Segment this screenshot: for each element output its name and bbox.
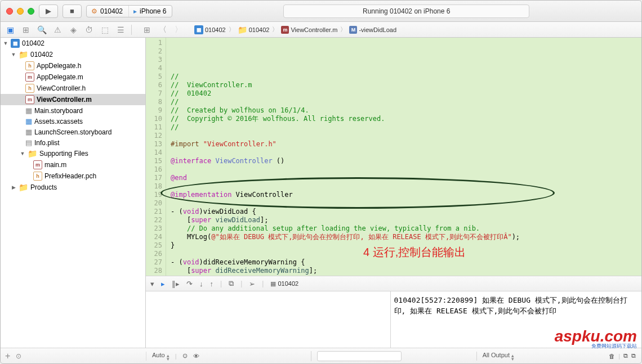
report-navigator-icon[interactable]: ☰ bbox=[115, 25, 126, 35]
debug-navigator-icon[interactable]: ⏱ bbox=[84, 25, 94, 35]
run-button[interactable]: ▶ bbox=[39, 5, 58, 18]
related-items-icon[interactable]: ⊞ bbox=[142, 25, 152, 35]
nav-file[interactable]: mmain.m bbox=[1, 159, 145, 170]
jump-bar-file[interactable]: mViewController.m bbox=[279, 26, 339, 34]
toggle-debug-area-icon[interactable]: ▾ bbox=[150, 280, 154, 288]
scheme-device[interactable]: ▸iPhone 6 bbox=[129, 6, 172, 17]
breakpoints-toggle-icon[interactable]: ▸ bbox=[161, 280, 165, 288]
stop-button[interactable]: ■ bbox=[63, 5, 82, 18]
scope-icon[interactable]: ⊙ bbox=[182, 352, 188, 359]
jump-bar-symbol[interactable]: M-viewDidLoad bbox=[347, 26, 398, 34]
continue-icon[interactable]: ‖▸ bbox=[172, 280, 180, 288]
zoom-window-button[interactable] bbox=[28, 8, 34, 15]
nav-file[interactable]: hPrefixHeader.pch bbox=[1, 170, 145, 182]
forward-button[interactable]: 〉 bbox=[173, 25, 184, 35]
variables-filter-input[interactable] bbox=[317, 351, 402, 361]
nav-file[interactable]: ▤Info.plist bbox=[1, 137, 145, 148]
close-window-button[interactable] bbox=[6, 8, 13, 15]
debug-bar: ▾ ▸ ‖▸ ↷ ↓ ↑ | ⧉ | ➢ | ▦ 010402 bbox=[146, 276, 641, 291]
eye-icon[interactable]: 👁 bbox=[193, 353, 199, 359]
debug-view-icon[interactable]: ⧉ bbox=[229, 279, 234, 288]
debug-area: 010402[5527:220899] 如果在 DEBUG 模式下,则此句会在控… bbox=[146, 291, 641, 348]
nav-file[interactable]: ▦Assets.xcassets bbox=[1, 116, 145, 127]
breakpoint-navigator-icon[interactable]: ⬚ bbox=[100, 25, 110, 35]
line-gutter[interactable]: 1234567891011121314151617181920212223242… bbox=[146, 38, 166, 276]
step-into-icon[interactable]: ↓ bbox=[199, 280, 203, 288]
test-navigator-icon[interactable]: ◈ bbox=[68, 25, 78, 35]
traffic-lights bbox=[6, 8, 34, 15]
auto-selector[interactable]: Auto ▴▾ bbox=[152, 352, 170, 361]
nav-file[interactable]: ▦Main.storyboard bbox=[1, 105, 145, 116]
location-icon[interactable]: ➢ bbox=[249, 280, 255, 288]
nav-file[interactable]: mAppDelegate.m bbox=[1, 71, 145, 83]
nav-file[interactable]: mViewController.m bbox=[1, 94, 145, 105]
console-split-icon[interactable]: ⧉ bbox=[623, 352, 628, 359]
source-editor[interactable]: 1234567891011121314151617181920212223242… bbox=[146, 38, 641, 276]
nav-file[interactable]: ▦LaunchScreen.storyboard bbox=[1, 127, 145, 137]
stop-icon: ■ bbox=[70, 7, 74, 15]
bottom-bar: + ⊙ Auto ▴▾ | ⊙ 👁 All Output ▴▾ 🗑 | ⧉ ⧉ bbox=[1, 348, 641, 363]
variables-view[interactable] bbox=[146, 291, 391, 348]
scheme-selector[interactable]: ⚙010402 ▸iPhone 6 bbox=[86, 5, 172, 17]
all-output-selector[interactable]: All Output ▴▾ bbox=[483, 352, 514, 361]
step-over-icon[interactable]: ↷ bbox=[186, 280, 193, 288]
issue-navigator-icon[interactable]: ⚠ bbox=[52, 25, 63, 35]
step-out-icon[interactable]: ↑ bbox=[210, 280, 214, 288]
find-navigator-icon[interactable]: 🔍 bbox=[37, 25, 47, 35]
minimize-window-button[interactable] bbox=[17, 8, 24, 15]
editor-area: 1234567891011121314151617181920212223242… bbox=[146, 38, 641, 348]
nav-supporting-files[interactable]: ▼📁Supporting Files bbox=[1, 148, 145, 159]
console-output[interactable]: 010402[5527:220899] 如果在 DEBUG 模式下,则此句会在控… bbox=[391, 291, 642, 348]
code-content[interactable]: 4 运行,控制台能输出 //// ViewController.m// 0104… bbox=[166, 38, 641, 276]
activity-viewer: Running 010402 on iPhone 6 bbox=[283, 5, 529, 18]
process-icon[interactable]: ▦ 010402 bbox=[270, 280, 298, 287]
nav-group[interactable]: ▼📁010402 bbox=[1, 49, 145, 60]
console-split-icon-2[interactable]: ⧉ bbox=[631, 352, 636, 359]
window-titlebar: ▶ ■ ⚙010402 ▸iPhone 6 Running 010402 on … bbox=[1, 1, 641, 22]
project-navigator[interactable]: ▼▦010402 ▼📁010402 hAppDelegate.hmAppDele… bbox=[1, 38, 146, 348]
back-button[interactable]: 〈 bbox=[158, 25, 168, 35]
project-navigator-icon[interactable]: ▣ bbox=[5, 25, 15, 35]
filter-button[interactable]: ⊙ bbox=[16, 352, 21, 360]
nav-file[interactable]: hViewController.h bbox=[1, 83, 145, 94]
play-icon: ▶ bbox=[46, 7, 51, 15]
add-button[interactable]: + bbox=[5, 351, 10, 361]
clear-console-icon[interactable]: 🗑 bbox=[609, 353, 615, 359]
symbol-navigator-icon[interactable]: ⊞ bbox=[21, 25, 31, 35]
jump-bar-group[interactable]: 📁010402 bbox=[236, 25, 271, 34]
nav-project-root[interactable]: ▼▦010402 bbox=[1, 38, 145, 49]
nav-file[interactable]: hAppDelegate.h bbox=[1, 60, 145, 71]
navigator-toolbar: ▣ ⊞ 🔍 ⚠ ◈ ⏱ ⬚ ☰ ⊞ 〈 〉 ▦010402 〉 📁010402 … bbox=[1, 22, 641, 38]
scheme-project[interactable]: ⚙010402 bbox=[87, 6, 129, 17]
nav-products[interactable]: ▶📁Products bbox=[1, 182, 145, 193]
jump-bar-project[interactable]: ▦010402 bbox=[193, 25, 228, 34]
